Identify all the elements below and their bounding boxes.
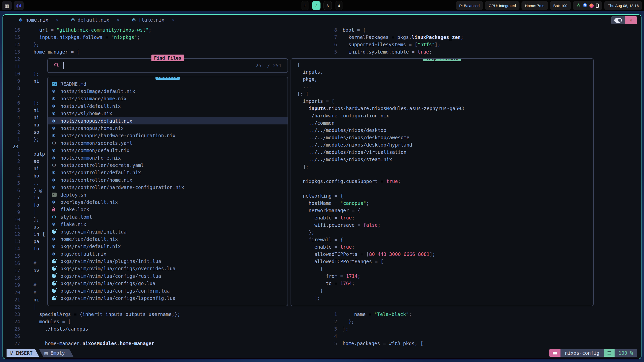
line-number: 12 — [3, 56, 20, 62]
file-result[interactable]: pkgs/nvim/nvim/lua/configs/overrides.lua — [48, 265, 288, 272]
search-icon — [54, 62, 59, 69]
lua-icon — [52, 274, 60, 278]
file-name: hosts/isoImage/home.nix — [60, 96, 127, 101]
window-close-button[interactable]: × — [625, 16, 637, 24]
file-result[interactable]: flake.lock — [48, 206, 288, 213]
line-number: 23 — [3, 144, 20, 149]
tab-label: home.nix — [25, 17, 49, 23]
tab-home.nix[interactable]: ❄home.nix× — [19, 17, 59, 23]
tab-close-icon[interactable]: × — [117, 17, 119, 23]
workspace-button-1[interactable]: 1 — [301, 1, 309, 10]
file-result[interactable]: pkgs/nvim/nvim/lua/plugins/init.lua — [48, 257, 288, 265]
workspace-switcher: 1234 — [301, 1, 343, 10]
file-result[interactable]: pkgs/nvim/nvim/lua/configs/lspconfig.lua — [48, 294, 288, 302]
line-number: 13 — [3, 49, 20, 55]
file-result[interactable]: pkgs/nvim/nvim/lua/configs/go.lua — [48, 280, 288, 287]
waybar: ▦ $W 1234 P: Balanced GPU: Integrated Ho… — [0, 0, 644, 11]
nix-icon: ❄ — [52, 148, 60, 153]
app-launcher-button[interactable]: ▦ — [2, 1, 12, 10]
tab-close-icon[interactable]: × — [172, 17, 175, 23]
file-result[interactable]: ❄hosts/controller/hardware-configuration… — [48, 184, 288, 191]
file-result[interactable]: ❄pkgs/default.nix — [48, 250, 288, 257]
code-line: 24 modules = [ — [3, 318, 324, 325]
lua-icon — [52, 289, 60, 293]
pin-toggle-button[interactable] — [611, 16, 625, 24]
line-number: 23 — [3, 311, 20, 317]
file-result[interactable]: ❄hosts/common/home.nix — [48, 154, 288, 161]
lua-icon — [52, 259, 60, 263]
file-name: pkgs/nvim/nvim/lua/configs/lspconfig.lua — [60, 295, 176, 301]
tab-default.nix[interactable]: ❄default.nix× — [71, 17, 120, 23]
logo-button[interactable]: $W — [14, 1, 24, 10]
code-line: 8boot = { — [325, 26, 641, 33]
line-number: 1 — [3, 151, 20, 157]
nix-icon: ❄ — [52, 236, 60, 242]
file-result[interactable]: M↓README.md — [48, 80, 288, 87]
code-line: 7 kernelPackages = pkgs.linuxPackages_ze… — [325, 33, 641, 41]
line-number: 26 — [3, 333, 20, 339]
file-result[interactable]: ❄hosts/common/default.nix — [48, 147, 288, 154]
find-files-prompt[interactable]: Find Files 251 / 251 — [47, 58, 288, 73]
file-result[interactable]: ❄hosts/canopus/hardware-configuration.ni… — [48, 132, 288, 139]
grep-preview-panel: Grep Preview { inputs, pkgs, ...}: { imp… — [291, 58, 594, 306]
phone-icon — [596, 4, 599, 8]
file-result[interactable]: ⚙hosts/controller/secrets.yaml — [48, 161, 288, 169]
apps-grid-icon: ▦ — [5, 3, 9, 9]
line-number: 5 — [325, 49, 337, 55]
mode-label: INSERT — [15, 350, 33, 356]
line-number: 15 — [3, 34, 20, 40]
code-line: 16 url = "github:nix-community/nixos-wsl… — [3, 26, 324, 33]
workspace-button-4[interactable]: 4 — [335, 1, 343, 10]
line-number: 9 — [3, 209, 20, 215]
nix-icon: ❄ — [52, 221, 60, 227]
file-result[interactable]: ⚙stylua.toml — [48, 213, 288, 220]
results-title: Results — [155, 77, 180, 80]
line-number: 3 — [325, 326, 337, 332]
file-result[interactable]: ❄overlays/default.nix — [48, 198, 288, 206]
file-result[interactable]: ❄hosts/wsl/home.nix — [48, 110, 288, 117]
tab-flake.nix[interactable]: ❄flake.nix× — [132, 17, 175, 23]
find-files-title: Find Files — [151, 55, 184, 61]
line-number: 12 — [3, 231, 20, 237]
file-result[interactable]: ❄hosts/wsl/default.nix — [48, 102, 288, 110]
file-name: hosts/canopus/default.nix — [60, 118, 132, 124]
lua-icon — [52, 230, 60, 234]
lua-icon — [52, 296, 60, 300]
code-line: 1 name = "Tela-black"; — [325, 310, 641, 318]
line-number: 1 — [3, 137, 20, 142]
line-number: 7 — [3, 195, 20, 200]
nix-icon: ❄ — [132, 17, 136, 23]
file-result[interactable]: ❄hosts/isoImage/default.nix — [48, 87, 288, 95]
nix-icon: ❄ — [52, 133, 60, 138]
file-result[interactable]: ❄home/tux/default.nix — [48, 235, 288, 243]
nix-icon: ❄ — [52, 170, 60, 175]
markdown-icon: M↓ — [52, 82, 60, 86]
preview-line: }; — [297, 230, 593, 237]
workspace-button-3[interactable]: 3 — [324, 1, 332, 10]
file-result[interactable]: pkgs/nvim/nvim/lua/configs/rust.lua — [48, 272, 288, 280]
file-result[interactable]: ❄hosts/canopus/default.nix — [48, 117, 288, 124]
file-result[interactable]: pkgs/nvim/nvim/init.lua — [48, 228, 288, 235]
file-result[interactable]: ❄flake.nix — [48, 220, 288, 228]
workspace-button-2[interactable]: 2 — [312, 1, 320, 10]
preview-line: ... — [297, 84, 593, 91]
file-name: pkgs/default.nix — [60, 251, 106, 257]
file-result[interactable]: ❄hosts/controller/default.nix — [48, 169, 288, 176]
code-line: 5 initrd.systemd.enable = true; — [325, 48, 641, 55]
file-result[interactable]: ❄pkgs/nvim/default.nix — [48, 243, 288, 250]
file-result[interactable]: ❄hosts/canopus/home.nix — [48, 124, 288, 132]
bluetooth-icon — [583, 3, 587, 8]
file-result[interactable]: ❄hosts/controller/home.nix — [48, 176, 288, 184]
file-result[interactable]: pkgs/nvim/nvim/lua/configs/conform.lua — [48, 287, 288, 294]
line-number: 13 — [3, 239, 20, 244]
file-result[interactable]: >_deploy.sh — [48, 191, 288, 198]
tab-close-icon[interactable]: × — [56, 17, 59, 23]
preview-line: ../../modules/nixos/desktop — [297, 127, 593, 135]
preview-line — [297, 186, 593, 193]
file-result[interactable]: ❄hosts/isoImage/home.nix — [48, 95, 288, 102]
file-result[interactable]: ⚙hosts/common/secrets.yaml — [48, 139, 288, 147]
file-name: stylua.toml — [60, 214, 92, 220]
preview-line: ]; — [297, 164, 593, 171]
file-name: home/tux/default.nix — [60, 236, 118, 242]
system-tray[interactable] — [573, 1, 602, 10]
